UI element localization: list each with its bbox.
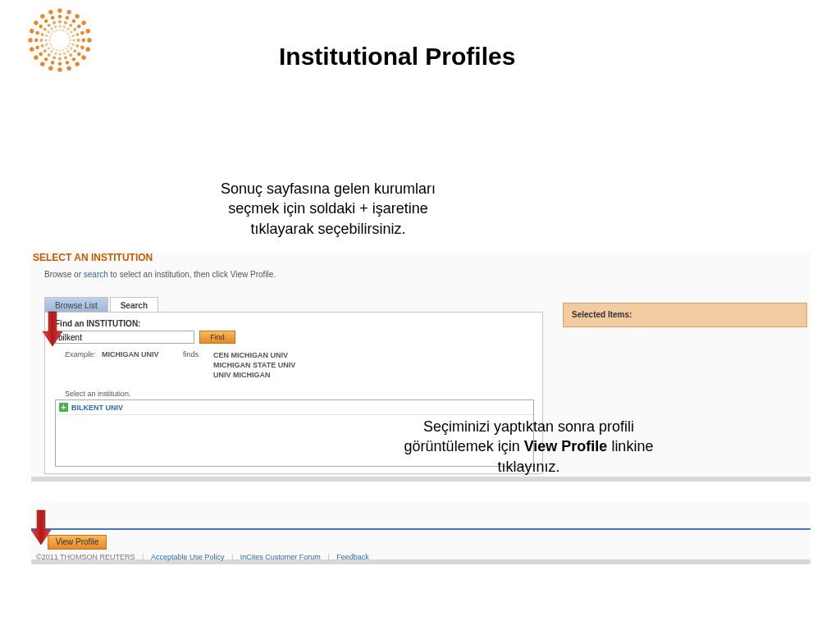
search-link[interactable]: search	[84, 270, 108, 279]
svg-point-3	[58, 25, 61, 27]
page-title: Institutional Profiles	[279, 43, 515, 71]
sub-instruction: Browse or search to select an institutio…	[44, 270, 276, 279]
select-instruction: Select an institution.	[65, 390, 131, 398]
example-finds: finds	[183, 350, 199, 358]
footer-aup-link[interactable]: Acceptable Use Policy	[151, 553, 225, 561]
plus-icon[interactable]: +	[59, 403, 68, 412]
example-label: Example: MICHIGAN UNIV	[65, 350, 159, 358]
footer-forum-link[interactable]: InCites Customer Forum	[240, 553, 321, 561]
svg-point-0	[57, 8, 62, 12]
footer-feedback-link[interactable]: Feedback	[336, 553, 369, 561]
screenshot-bottom: View Profile ©2011 THOMSON REUTERS | Acc…	[31, 502, 810, 564]
svg-point-2	[58, 21, 62, 24]
institution-name: BILKENT UNIV	[71, 404, 123, 412]
find-institution-label: Find an INSTITUTION:	[55, 319, 140, 328]
select-institution-heading: SELECT AN INSTITUTION	[33, 252, 153, 263]
selected-items-label: Selected Items:	[572, 310, 798, 319]
tab-search[interactable]: Search	[110, 297, 158, 313]
footer-links: ©2011 THOMSON REUTERS | Acceptable Use P…	[33, 553, 372, 561]
list-item[interactable]: + BILKENT UNIV	[56, 400, 533, 415]
example-results: CEN MICHIGAN UNIV MICHIGAN STATE UNIV UN…	[213, 350, 295, 380]
svg-point-4	[59, 29, 62, 31]
divider-line	[31, 528, 810, 530]
caption-bottom: Seçiminizi yaptıktan sonra profili görün…	[367, 417, 691, 477]
red-arrow-icon	[41, 310, 64, 351]
thomson-reuters-logo	[23, 3, 97, 77]
institution-search-input[interactable]	[55, 331, 194, 344]
selected-items-panel: Selected Items:	[563, 303, 807, 327]
find-button[interactable]: Find	[199, 331, 235, 344]
view-profile-button[interactable]: View Profile	[48, 535, 107, 550]
red-arrow-icon	[30, 509, 52, 550]
svg-point-1	[58, 15, 62, 19]
caption-top: Sonuç sayfasına gelen kurumları seçmek i…	[193, 179, 463, 239]
